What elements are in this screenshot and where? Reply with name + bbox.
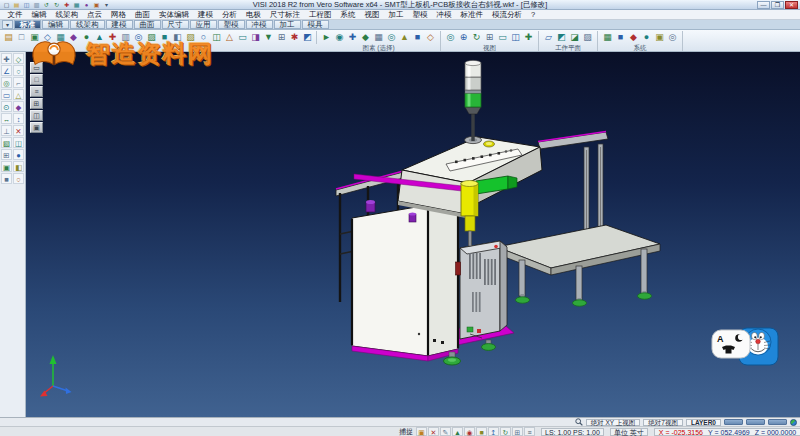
ribbon-icon[interactable]: ⊞ [483,31,496,44]
left-toolbar-icon[interactable]: ■ [1,173,12,184]
ribbon-icon[interactable]: ■ [158,31,171,44]
menu-item[interactable]: 加工 [384,10,408,20]
ribbon-icon[interactable]: ↻ [470,31,483,44]
ribbon-icon[interactable]: ▲ [93,31,106,44]
ribbon-icon[interactable]: ◫ [210,31,223,44]
left-toolbar-icon[interactable]: ○ [13,65,24,76]
toolbar-tab[interactable]: 应用 [190,20,217,29]
magnifier-icon[interactable] [575,418,583,426]
snap-toggle-icon[interactable]: ▣ [416,427,427,436]
menu-item[interactable]: 分析 [218,10,242,20]
menu-item[interactable]: 电极 [242,10,266,20]
ribbon-icon[interactable]: ▦ [372,31,385,44]
ribbon-icon[interactable]: ✚ [106,31,119,44]
ribbon-icon[interactable]: ▭ [236,31,249,44]
snap-toggle-icon[interactable]: ■ [476,427,487,436]
toolbar-tab[interactable]: 标准 [14,20,41,29]
scale-indicator[interactable]: LS: 1.00 PS: 1.00 [541,428,604,436]
globe-icon[interactable] [790,419,797,426]
quick-access-icon[interactable]: ↺ [42,1,51,9]
left-toolbar-icon[interactable]: ∠ [1,65,12,76]
left-toolbar-icon[interactable]: ● [13,149,24,160]
snap-toggle-icon[interactable]: ◉ [464,427,475,436]
close-button[interactable]: ✕ [785,1,798,9]
menu-item[interactable]: 视图 [360,10,384,20]
ribbon-icon[interactable]: ▦ [601,31,614,44]
ribbon-icon[interactable]: ▼ [262,31,275,44]
menu-item[interactable]: 网格 [107,10,131,20]
ribbon-icon[interactable]: ◩ [301,31,314,44]
doraemon-widget[interactable]: A [712,328,778,365]
left-toolbar-icon[interactable]: ✚ [1,53,12,64]
ribbon-icon[interactable]: ▱ [542,31,555,44]
ribbon-icon[interactable]: ○ [197,31,210,44]
snap-toggle-icon[interactable]: ✎ [440,427,451,436]
layer-indicator[interactable]: LAYER0 [686,419,721,426]
left-toolbar-icon[interactable]: ▭ [1,89,12,100]
left-toolbar-icon[interactable]: ✕ [13,125,24,136]
menu-item[interactable]: ? [527,10,540,19]
ribbon-icon[interactable]: ▲ [398,31,411,44]
snap-toggle-icon[interactable]: ⊞ [512,427,523,436]
ribbon-icon[interactable]: ◇ [41,31,54,44]
ribbon-icon[interactable]: ▣ [653,31,666,44]
left-toolbar-icon[interactable]: ◫ [13,137,24,148]
menu-item[interactable]: 系统 [336,10,360,20]
left-toolbar-icon[interactable]: ○ [13,173,24,184]
ribbon-icon[interactable]: ► [320,31,333,44]
ribbon-icon[interactable]: ● [640,31,653,44]
quick-access-icon[interactable]: ● [82,1,91,9]
left-toolbar-icon[interactable]: ◎ [1,77,12,88]
ribbon-icon[interactable]: ◎ [385,31,398,44]
left-toolbar-icon[interactable]: ⊙ [1,101,12,112]
ribbon-icon[interactable]: ◎ [132,31,145,44]
quick-access-icon[interactable]: ◫ [22,1,31,9]
ribbon-icon[interactable]: ◆ [67,31,80,44]
ribbon-icon[interactable]: ▭ [496,31,509,44]
left-toolbar-icon[interactable]: △ [13,89,24,100]
quick-access-icon[interactable]: ▤ [12,1,21,9]
menu-item[interactable]: 标准件 [456,10,488,20]
ribbon-icon[interactable]: ✚ [522,31,535,44]
menu-item[interactable]: 尺寸标注 [266,10,305,20]
quick-access-icon[interactable]: ▣ [92,1,101,9]
left-toolbar-icon[interactable]: ◧ [13,161,24,172]
menu-item[interactable]: 线架构 [51,10,83,20]
snap-toggle-icon[interactable]: ✕ [428,427,439,436]
minimize-button[interactable]: — [757,1,770,9]
menu-item[interactable]: 塑模 [408,10,432,20]
toolbar-tab[interactable]: 塑模 [218,20,245,29]
ribbon-icon[interactable]: □ [15,31,28,44]
ribbon-icon[interactable]: ▧ [184,31,197,44]
ribbon-icon[interactable]: ⊕ [457,31,470,44]
ribbon-icon[interactable]: ◨ [249,31,262,44]
quick-access-icon[interactable]: ↻ [52,1,61,9]
ribbon-icon[interactable]: ● [80,31,93,44]
snap-toggle-icon[interactable]: ≡ [524,427,535,436]
ribbon-icon[interactable]: ▨ [145,31,158,44]
ribbon-icon[interactable]: ◎ [666,31,679,44]
units-indicator[interactable]: 单位 英寸 [610,428,648,436]
toolbar-tab[interactable]: 编辑 [42,20,69,29]
quick-access-icon[interactable]: ▥ [32,1,41,9]
ribbon-icon[interactable]: ⊞ [275,31,288,44]
left-toolbar-icon[interactable]: ▧ [1,137,12,148]
ribbon-icon[interactable]: ◉ [333,31,346,44]
toolbar-tab[interactable]: 尺寸 [162,20,189,29]
left-toolbar-icon[interactable]: ▣ [1,161,12,172]
ribbon-icon[interactable]: ■ [614,31,627,44]
ribbon-icon[interactable]: △ [223,31,236,44]
menu-item[interactable]: 冲模 [432,10,456,20]
left-toolbar-icon[interactable]: ↕ [13,113,24,124]
ribbon-icon[interactable]: ✚ [346,31,359,44]
menu-item[interactable]: 实体编辑 [155,10,194,20]
ribbon-icon[interactable]: ◇ [424,31,437,44]
viewport-3d[interactable]: ▭□≡⊞◫▣ [26,52,800,417]
ribbon-icon[interactable]: ◆ [627,31,640,44]
left-toolbar-icon[interactable]: ◇ [13,53,24,64]
ribbon-icon[interactable]: ◩ [555,31,568,44]
toolbar-tab[interactable]: 建模 [106,20,133,29]
toolbar-tab[interactable]: 曲面 [134,20,161,29]
ribbon-icon[interactable]: ▦ [54,31,67,44]
menu-item[interactable]: 曲面 [131,10,155,20]
